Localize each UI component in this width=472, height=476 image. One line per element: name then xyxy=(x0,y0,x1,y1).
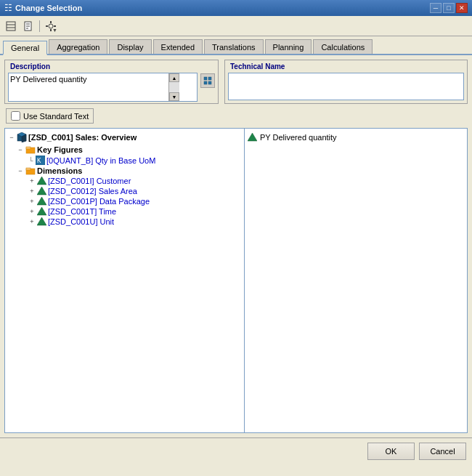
window-title: Change Selection xyxy=(15,4,82,12)
tab-general[interactable]: General xyxy=(3,41,47,55)
dimensions-label: Dimensions xyxy=(37,166,82,175)
time-expand[interactable]: + xyxy=(28,208,36,215)
dim-icon-2 xyxy=(37,187,46,195)
key-figures-label: Key Figures xyxy=(37,145,83,154)
right-dim-icon xyxy=(248,133,257,142)
root-expand-icon[interactable]: − xyxy=(8,134,15,141)
svg-marker-30 xyxy=(248,133,257,141)
tool1-icon xyxy=(6,21,16,31)
right-item-label: PY Delivered quantity xyxy=(260,133,337,142)
datapackage-label: [ZSD_C001P] Data Package xyxy=(48,197,150,206)
description-textarea[interactable] xyxy=(9,73,168,101)
bottom-bar: OK Cancel xyxy=(0,437,472,464)
svg-rect-11 xyxy=(54,25,56,27)
quant-label: [0QUANT_B] Qty in Base UoM xyxy=(46,156,155,165)
quant-item[interactable]: └ K [0QUANT_B] Qty in Base UoM xyxy=(28,155,241,166)
tabs-container: General Aggregation Display Extended Tra… xyxy=(0,36,472,55)
toolbar-separator xyxy=(39,20,40,32)
svg-marker-26 xyxy=(37,187,46,195)
tab-translations[interactable]: Translations xyxy=(204,39,264,54)
scroll-down-arrow[interactable]: ▼ xyxy=(169,92,179,101)
dim-icon-3 xyxy=(37,197,46,206)
description-input-box: ▲ ▼ xyxy=(8,73,198,102)
main-content: Description ▲ ▼ xyxy=(0,55,472,437)
cube-icon xyxy=(17,132,27,142)
dimensions-item[interactable]: − Dimensions xyxy=(17,166,241,176)
time-label: [ZSD_C001T] Time xyxy=(48,207,116,216)
quant-group: └ K [0QUANT_B] Qty in Base UoM xyxy=(17,155,241,166)
description-group: Description ▲ ▼ xyxy=(4,60,219,104)
checkbox-row: Use Standard Text xyxy=(6,108,468,124)
toolbar-btn-3[interactable]: ▼ xyxy=(43,18,59,34)
dim-customer[interactable]: + [ZSD_C001I] Customer xyxy=(28,176,241,186)
left-panel[interactable]: − [ZSD_C001] Sales: Overview − Key Figur… xyxy=(5,129,245,432)
svg-rect-12 xyxy=(204,77,207,80)
tab-planning[interactable]: Planning xyxy=(265,39,312,54)
tab-aggregation[interactable]: Aggregation xyxy=(49,39,107,54)
tab-extended[interactable]: Extended xyxy=(153,39,203,54)
scroll-up-arrow[interactable]: ▲ xyxy=(169,73,179,82)
keyfig-icon: K xyxy=(36,156,45,165)
toolbar-btn-1[interactable] xyxy=(3,18,19,34)
dim-expand-icon[interactable]: − xyxy=(17,167,24,174)
grid-icon xyxy=(203,76,212,85)
technical-group: Technical Name xyxy=(224,60,468,104)
description-scrollbar: ▲ ▼ xyxy=(168,73,179,101)
svg-rect-20 xyxy=(26,147,30,149)
svg-marker-28 xyxy=(37,207,46,215)
unit-expand[interactable]: + xyxy=(28,218,36,225)
key-figures-item[interactable]: − Key Figures xyxy=(17,145,241,155)
dim-unit[interactable]: + [ZSD_C001U] Unit xyxy=(28,217,241,227)
svg-marker-25 xyxy=(37,177,46,185)
folder-icon xyxy=(25,145,36,154)
cancel-button[interactable]: Cancel xyxy=(419,443,466,460)
svg-rect-14 xyxy=(204,81,207,84)
key-figures-group: − Key Figures └ K [0QUAN xyxy=(8,145,241,166)
technical-label: Technical Name xyxy=(228,62,464,71)
keyfig-expand-icon[interactable]: − xyxy=(17,146,24,153)
svg-text:K: K xyxy=(37,157,41,164)
sales-expand[interactable]: + xyxy=(28,187,36,195)
tab-calculations[interactable]: Calculations xyxy=(313,39,373,54)
minimize-button[interactable]: ─ xyxy=(430,3,442,13)
svg-rect-24 xyxy=(26,168,30,170)
tab-display[interactable]: Display xyxy=(109,39,151,54)
tree-root[interactable]: − [ZSD_C001] Sales: Overview xyxy=(8,132,241,143)
use-standard-text-label: Use Standard Text xyxy=(23,112,89,121)
dimensions-group: − Dimensions + [ZSD_C001I] xyxy=(8,166,241,227)
folder-dim-icon xyxy=(25,166,36,175)
tool2-icon xyxy=(23,21,33,31)
split-panel: − [ZSD_C001] Sales: Overview − Key Figur… xyxy=(4,128,468,433)
app-icon: ☷ xyxy=(4,3,12,13)
maximize-button[interactable]: □ xyxy=(443,3,455,13)
scroll-track xyxy=(169,82,179,92)
close-button[interactable]: ✕ xyxy=(456,3,468,13)
ok-button[interactable]: OK xyxy=(367,443,415,460)
customer-label: [ZSD_C001I] Customer xyxy=(48,177,131,185)
connector1: └ xyxy=(28,157,34,164)
svg-rect-10 xyxy=(46,25,48,27)
svg-rect-15 xyxy=(208,81,211,84)
dim-time[interactable]: + [ZSD_C001T] Time xyxy=(28,206,241,217)
svg-marker-27 xyxy=(37,197,46,205)
dim-datapackage[interactable]: + [ZSD_C001P] Data Package xyxy=(28,196,241,206)
dim-salesarea[interactable]: + [ZSD_C0012] Sales Area xyxy=(28,186,241,196)
form-row: Description ▲ ▼ xyxy=(4,60,468,104)
description-icon-btn[interactable] xyxy=(200,73,215,88)
unit-label: [ZSD_C001U] Unit xyxy=(48,217,114,226)
cust-expand[interactable]: + xyxy=(28,177,36,185)
technical-input[interactable] xyxy=(228,73,464,100)
svg-marker-29 xyxy=(37,217,46,225)
title-bar: ☷ Change Selection ─ □ ✕ xyxy=(0,0,472,16)
use-standard-text-checkbox[interactable] xyxy=(11,111,20,121)
toolbar-btn-2[interactable] xyxy=(20,18,36,34)
dim-icon-5 xyxy=(37,217,46,226)
toolbar: ▼ xyxy=(0,16,472,36)
svg-rect-9 xyxy=(50,29,52,31)
salesarea-label: [ZSD_C0012] Sales Area xyxy=(48,187,137,195)
right-panel: PY Delivered quantity xyxy=(245,129,467,432)
root-label: [ZSD_C001] Sales: Overview xyxy=(28,133,137,142)
right-panel-item: PY Delivered quantity xyxy=(248,132,464,143)
dim-icon-4 xyxy=(37,207,46,216)
dp-expand[interactable]: + xyxy=(28,198,36,205)
